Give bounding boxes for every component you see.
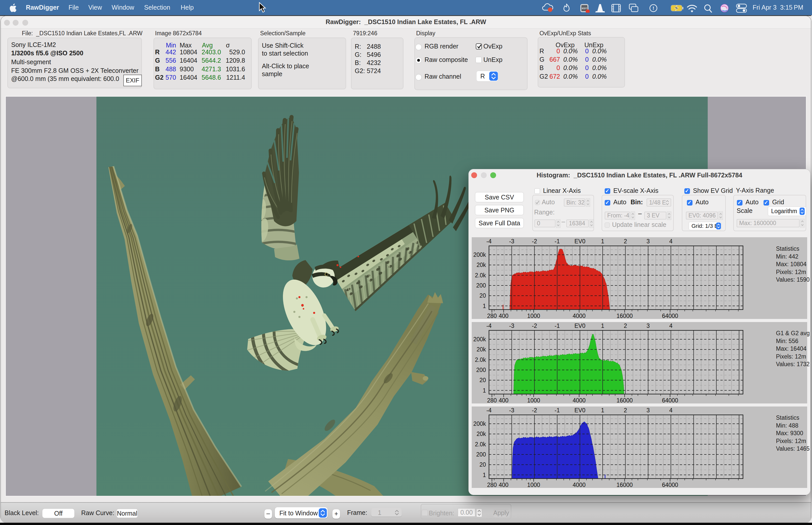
svg-text:1000: 1000 — [527, 482, 540, 488]
svg-text:1: 1 — [601, 238, 604, 245]
svg-text:200: 200 — [476, 451, 486, 458]
svg-text:EV0: EV0 — [574, 238, 585, 245]
svg-text:200k: 200k — [473, 336, 486, 343]
svg-text:400: 400 — [499, 313, 509, 319]
svg-text:2.0k: 2.0k — [475, 272, 486, 279]
svg-text:1: 1 — [601, 407, 604, 414]
svg-text:4: 4 — [669, 407, 673, 414]
svg-text:200k: 200k — [473, 252, 486, 258]
svg-text:!: ! — [653, 5, 654, 11]
svg-text:1: 1 — [483, 472, 486, 478]
svg-text:-4: -4 — [486, 238, 492, 245]
svg-text:200: 200 — [476, 282, 486, 289]
svg-text:400: 400 — [499, 482, 509, 488]
svg-text:3: 3 — [647, 322, 650, 329]
svg-text:20: 20 — [479, 292, 486, 299]
svg-text:2: 2 — [624, 238, 627, 245]
svg-text:4000: 4000 — [573, 482, 586, 488]
svg-text:1: 1 — [483, 303, 486, 309]
svg-text:-1: -1 — [555, 238, 560, 245]
svg-text:20: 20 — [479, 461, 486, 468]
svg-text:20: 20 — [479, 377, 486, 384]
svg-text:1: 1 — [483, 387, 486, 394]
svg-text:EV0: EV0 — [574, 322, 585, 329]
svg-text:-1: -1 — [555, 322, 560, 329]
svg-text:2: 2 — [624, 322, 627, 329]
svg-text:4000: 4000 — [573, 313, 586, 319]
svg-text:4: 4 — [669, 238, 673, 245]
svg-text:-2: -2 — [532, 322, 537, 329]
svg-text:2.0k: 2.0k — [475, 441, 486, 448]
svg-text:EV0: EV0 — [574, 407, 585, 414]
svg-text:2: 2 — [624, 407, 627, 414]
svg-text:64000: 64000 — [662, 482, 678, 488]
svg-text:20k: 20k — [477, 261, 486, 268]
svg-text:20k: 20k — [477, 431, 486, 437]
svg-text:64000: 64000 — [662, 397, 678, 403]
svg-text:-2: -2 — [532, 238, 537, 245]
svg-text:16000: 16000 — [617, 482, 633, 488]
svg-text:200: 200 — [476, 367, 486, 373]
svg-text:20k: 20k — [477, 346, 486, 353]
svg-text:280: 280 — [487, 313, 497, 319]
svg-text:3: 3 — [647, 238, 650, 245]
svg-text:400: 400 — [499, 397, 509, 403]
svg-text:16000: 16000 — [617, 313, 633, 319]
svg-text:-2: -2 — [532, 407, 537, 414]
svg-text:1000: 1000 — [527, 397, 540, 403]
svg-text:200k: 200k — [473, 420, 486, 427]
svg-text:-3: -3 — [509, 407, 514, 414]
svg-text:-3: -3 — [509, 322, 514, 329]
svg-text:280: 280 — [487, 397, 497, 403]
svg-text:-3: -3 — [509, 238, 514, 245]
svg-text:-4: -4 — [486, 407, 492, 414]
svg-text:1: 1 — [601, 322, 604, 329]
svg-text:4000: 4000 — [573, 397, 586, 403]
svg-text:1000: 1000 — [527, 313, 540, 319]
svg-text:280: 280 — [487, 482, 497, 488]
svg-text:64000: 64000 — [662, 313, 678, 319]
svg-text:3: 3 — [647, 407, 650, 414]
svg-text:-1: -1 — [555, 407, 560, 414]
svg-text:16000: 16000 — [617, 397, 633, 403]
svg-text:IEDT: IEDT — [582, 7, 587, 10]
svg-text:2.0k: 2.0k — [475, 357, 486, 363]
svg-text:4: 4 — [669, 322, 673, 329]
svg-text:-4: -4 — [486, 322, 492, 329]
